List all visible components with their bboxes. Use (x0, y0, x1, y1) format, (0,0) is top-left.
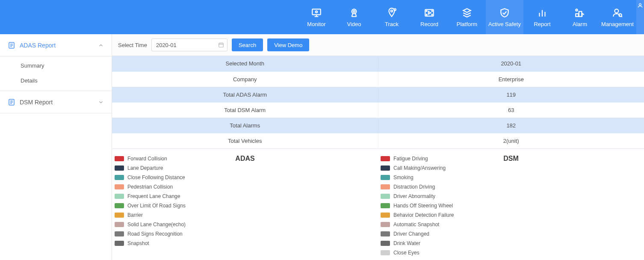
summary-value: 182 (378, 118, 644, 133)
chevron-down-icon (98, 99, 104, 105)
legend-label: Pedestrian Collision (127, 184, 173, 190)
legend-swatch (381, 165, 390, 171)
svg-point-19 (576, 9, 577, 11)
summary-value: 63 (378, 102, 644, 118)
nav-monitor-label: Monitor (307, 21, 325, 27)
nav-monitor[interactable]: Monitor (298, 0, 335, 34)
legend-item[interactable]: Over Limit Of Road Signs (115, 202, 378, 210)
legend-item[interactable]: Driver Changed (381, 230, 644, 238)
legend-item[interactable]: Road Signs Recognition (115, 230, 378, 238)
legend-label: Barrier (127, 212, 143, 218)
svg-marker-13 (428, 11, 431, 14)
nav-video[interactable]: Video (335, 0, 373, 34)
legend-item[interactable]: Solid Lane Change(echo) (115, 221, 378, 228)
user-icon (637, 3, 643, 10)
legend-label: Driver Abnormality (393, 193, 435, 199)
summary-table: Selected Month2020-01CompanyEnterpriseTo… (112, 56, 644, 149)
legend-label: Snapshot (127, 240, 149, 246)
nav-platform[interactable]: Platform (448, 0, 486, 34)
svg-point-12 (431, 14, 432, 15)
legend-item[interactable]: Fatigue Driving (381, 155, 644, 162)
legend-swatch (381, 231, 390, 236)
legend-adas: ADAS Forward CollisionLane DepartureClos… (112, 155, 378, 257)
summary-row: Total ADAS Alarm119 (112, 87, 644, 102)
summary-value: 119 (378, 87, 644, 102)
svg-rect-32 (219, 43, 224, 47)
summary-row: Total Vehicles2(unit) (112, 133, 644, 148)
nav-management[interactable]: Management (599, 0, 636, 34)
legend-swatch (115, 213, 124, 218)
legend-item[interactable]: Close Eyes (381, 249, 644, 257)
legends-row: ADAS Forward CollisionLane DepartureClos… (112, 149, 644, 260)
legend-label: Lane Departure (127, 165, 163, 171)
legend-label: Close Eyes (393, 250, 419, 256)
legend-dsm-list: Fatigue DrivingCall Making/AnsweringSmok… (381, 155, 644, 257)
month-picker[interactable] (151, 38, 227, 51)
top-nav: MonitorVideoTrackRecordPlatformActive Sa… (298, 0, 636, 34)
legend-item[interactable]: Distraction Driving (381, 183, 644, 191)
chevron-up-icon (98, 42, 104, 48)
nav-report-label: Report (534, 21, 550, 27)
legend-swatch (381, 241, 390, 246)
svg-rect-18 (579, 11, 582, 16)
sidebar-group-adas-label: ADAS Report (20, 42, 56, 49)
nav-active-safety-label: Active Safety (488, 21, 521, 27)
month-input[interactable] (151, 38, 227, 51)
nav-active-safety[interactable]: Active Safety (486, 0, 523, 34)
legend-item[interactable]: Automatic Snapshot (381, 221, 644, 228)
legend-label: Call Making/Answering (393, 165, 446, 171)
summary-label: Selected Month (112, 56, 378, 71)
user-menu-button[interactable] (636, 0, 644, 34)
summary-label: Total DSM Alarm (112, 102, 378, 118)
legend-item[interactable]: Behavior Detection Failure (381, 211, 644, 219)
nav-alarm[interactable]: Alarm (561, 0, 599, 34)
view-demo-button[interactable]: View Demo (267, 38, 309, 51)
legend-label: Frequent Lane Change (127, 193, 180, 199)
legend-label: Close Following Distance (127, 174, 185, 180)
legend-item[interactable]: Pedestrian Collision (115, 183, 378, 191)
legend-swatch (115, 222, 124, 227)
platform-icon (461, 7, 473, 18)
report-icon (537, 7, 548, 18)
svg-point-11 (431, 10, 432, 11)
report-icon (8, 98, 15, 106)
legend-item[interactable]: Smoking (381, 174, 644, 181)
svg-point-7 (394, 9, 396, 10)
legend-item[interactable]: Snapshot (115, 239, 378, 247)
sidebar-item-details[interactable]: Details (0, 73, 112, 88)
sidebar-group-adas[interactable]: ADAS Report (0, 34, 112, 56)
summary-value: Enterprise (378, 71, 644, 87)
legend-swatch (381, 213, 390, 218)
app-header: MonitorVideoTrackRecordPlatformActive Sa… (0, 0, 644, 34)
sidebar-group-dsm[interactable]: DSM Report (0, 91, 112, 113)
nav-report[interactable]: Report (523, 0, 561, 34)
toolbar: Select Time Search View Demo (112, 34, 644, 56)
nav-record[interactable]: Record (411, 0, 448, 34)
legend-adas-list: Forward CollisionLane DepartureClose Fol… (115, 155, 378, 247)
legend-label: Solid Lane Change(echo) (127, 222, 186, 228)
sidebar-item-summary[interactable]: Summary (0, 58, 112, 73)
legend-item[interactable]: Lane Departure (115, 164, 378, 172)
alarm-icon (574, 7, 585, 18)
active-safety-icon (499, 7, 510, 18)
legend-swatch (381, 250, 390, 255)
legend-item[interactable]: Driver Abnormality (381, 192, 644, 200)
nav-track[interactable]: Track (373, 0, 411, 34)
legend-item[interactable]: Barrier (115, 211, 378, 219)
search-button[interactable]: Search (232, 38, 263, 51)
legend-item[interactable]: Close Following Distance (115, 174, 378, 181)
track-icon (386, 7, 397, 18)
legend-item[interactable]: Call Making/Answering (381, 164, 644, 172)
svg-point-5 (353, 10, 355, 12)
legend-item[interactable]: Frequent Lane Change (115, 192, 378, 200)
legend-item[interactable]: Drink Water (381, 239, 644, 247)
legend-item[interactable]: Forward Collision (115, 155, 378, 162)
legend-label: Drink Water (393, 240, 420, 246)
nav-record-label: Record (420, 21, 438, 27)
legend-swatch (115, 165, 124, 171)
legend-item[interactable]: Hands Off Steering Wheel (381, 202, 644, 210)
summary-label: Total ADAS Alarm (112, 87, 378, 102)
legend-swatch (381, 175, 390, 180)
svg-point-1 (316, 11, 317, 12)
svg-rect-0 (312, 9, 321, 15)
